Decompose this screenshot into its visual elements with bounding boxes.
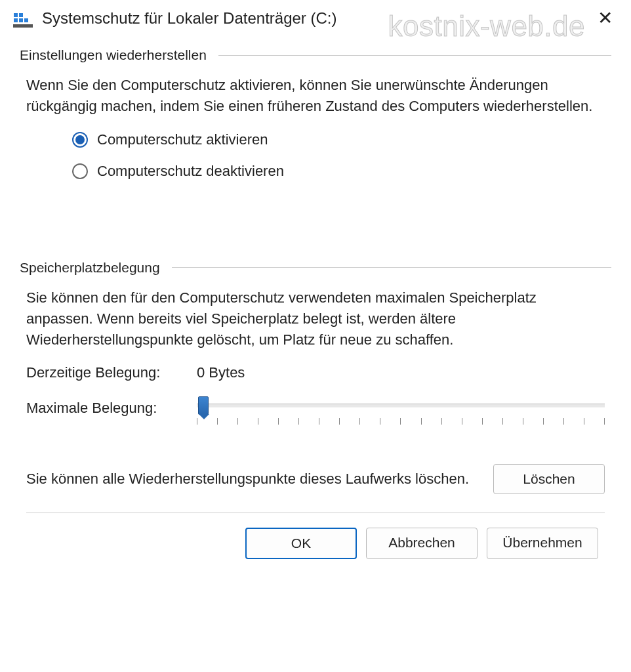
current-usage-value: 0 Bytes xyxy=(197,364,245,381)
apply-button[interactable]: Übernehmen xyxy=(487,528,598,559)
slider-thumb[interactable] xyxy=(198,396,209,415)
cancel-button[interactable]: Abbrechen xyxy=(366,528,478,559)
max-usage-label: Maximale Belegung: xyxy=(26,394,197,417)
current-usage-row: Derzeitige Belegung: 0 Bytes xyxy=(26,364,605,381)
radio-disable-protection[interactable]: Computerschutz deaktivieren xyxy=(72,163,611,180)
dialog-button-row: OK Abbrechen Übernehmen xyxy=(20,513,611,559)
window-title: Systemschutz für Lokaler Datenträger (C:… xyxy=(42,9,592,28)
radio-enable-protection[interactable]: Computerschutz aktivieren xyxy=(72,131,611,148)
diskspace-description: Sie können den für den Computerschutz ve… xyxy=(26,287,605,350)
diskspace-label: Speicherplatzbelegung xyxy=(20,260,160,276)
close-icon[interactable]: ✕ xyxy=(592,9,618,28)
delete-button[interactable]: Löschen xyxy=(493,464,605,494)
current-usage-label: Derzeitige Belegung: xyxy=(26,364,197,381)
radio-enable-label: Computerschutz aktivieren xyxy=(97,131,268,148)
titlebar: Systemschutz für Lokaler Datenträger (C:… xyxy=(0,0,631,34)
diskspace-header: Speicherplatzbelegung xyxy=(20,260,611,276)
delete-restore-points-text: Sie können alle Wiederherstellungspunkte… xyxy=(26,469,478,490)
protection-radio-group: Computerschutz aktivieren Computerschutz… xyxy=(72,131,611,180)
ok-button[interactable]: OK xyxy=(245,528,357,559)
radio-disable-label: Computerschutz deaktivieren xyxy=(97,163,284,180)
max-usage-slider[interactable] xyxy=(197,394,605,425)
restore-settings-description: Wenn Sie den Computerschutz aktivieren, … xyxy=(26,75,605,117)
radio-icon xyxy=(72,132,88,148)
slider-ticks xyxy=(197,418,605,425)
system-protection-icon xyxy=(13,9,33,28)
restore-settings-header: Einstellungen wiederherstellen xyxy=(20,47,611,63)
restore-settings-label: Einstellungen wiederherstellen xyxy=(20,47,207,63)
radio-icon xyxy=(72,163,88,179)
